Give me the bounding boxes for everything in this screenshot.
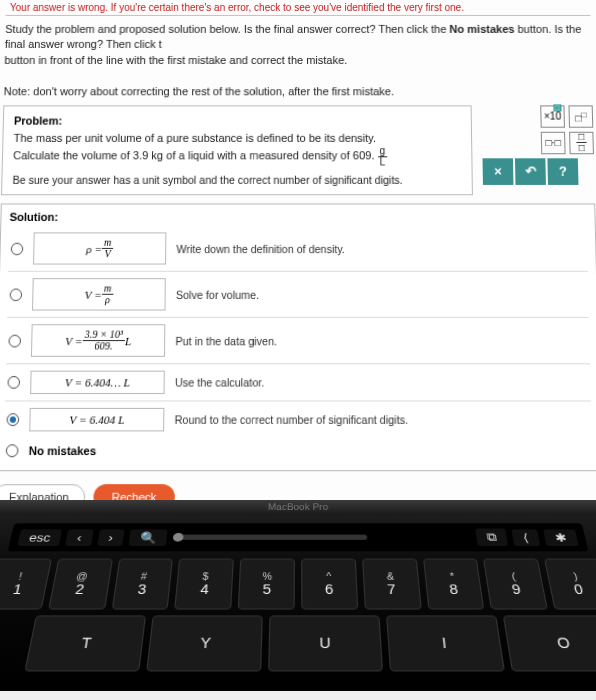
keyboard-key[interactable]: !1 xyxy=(0,559,52,610)
density-unit-fraction: g L xyxy=(378,147,388,168)
keyboard-key[interactable]: I xyxy=(386,615,505,671)
laptop-hinge: MacBook Pro xyxy=(0,500,596,515)
touchbar: esc ‹ › 🔍 ⧉ ⟨ ✱ xyxy=(8,523,589,551)
placeholder-button[interactable]: □·□ xyxy=(541,132,566,154)
laptop-body: MacBook Pro esc ‹ › 🔍 ⧉ ⟨ ✱ !1@2#3$4%5^6… xyxy=(0,500,596,691)
no-mistakes-label: No mistakes xyxy=(29,445,97,458)
solution-block: Solution: ρ = mVWrite down the definitio… xyxy=(0,204,596,472)
touchbar-copy-icon[interactable]: ⧉ xyxy=(475,529,508,546)
keyboard-key[interactable]: @2 xyxy=(48,559,113,610)
help-button[interactable]: ? xyxy=(547,158,578,185)
instr-text: Study the problem and proposed solution … xyxy=(5,23,449,35)
solution-row: V = mρSolve for volume. xyxy=(7,272,589,318)
equation-box[interactable]: V = mρ xyxy=(32,279,166,311)
touchbar-esc[interactable]: esc xyxy=(17,529,62,546)
touchbar-forward[interactable]: › xyxy=(97,529,125,546)
keyboard-key[interactable]: ^6 xyxy=(301,559,358,610)
touchbar-chevron-icon[interactable]: ⟨ xyxy=(511,529,540,546)
keyboard-key[interactable]: O xyxy=(503,615,596,671)
solution-row: ρ = mVWrite down the definition of densi… xyxy=(8,227,588,273)
keyboard-key[interactable]: %5 xyxy=(238,559,295,610)
clear-button[interactable]: × xyxy=(483,158,514,185)
touchbar-slider[interactable] xyxy=(173,535,368,540)
keyboard-key[interactable]: )0 xyxy=(544,559,596,610)
solution-radio[interactable] xyxy=(11,243,24,255)
keyboard-key[interactable]: Y xyxy=(146,615,263,671)
problem-card: Problem: The mass per unit volume of a p… xyxy=(1,105,473,195)
keyboard-key[interactable]: U xyxy=(268,615,383,671)
macbook-label: MacBook Pro xyxy=(268,502,329,511)
keyboard-key[interactable]: &7 xyxy=(362,559,421,610)
equation-box[interactable]: V = 6.404… L xyxy=(30,371,165,394)
step-explanation: Use the calculator. xyxy=(175,376,589,389)
solution-radio[interactable] xyxy=(10,289,23,302)
keyboard-key[interactable]: $4 xyxy=(175,559,234,610)
equation-box[interactable]: V = 3.9 × 10³609. L xyxy=(31,325,165,358)
instr-note: Note: don't worry about correcting the r… xyxy=(4,85,395,97)
problem-note: Be sure your answer has a unit symbol an… xyxy=(12,174,461,186)
solution-radio[interactable] xyxy=(8,335,21,348)
keyboard-key[interactable]: (9 xyxy=(483,559,548,610)
step-explanation: Round to the correct number of significa… xyxy=(175,414,590,427)
touchbar-star-icon[interactable]: ✱ xyxy=(543,529,579,546)
sci-notation-button[interactable]: ×10□ xyxy=(540,105,565,127)
problem-line1: The mass per unit volume of a pure subst… xyxy=(13,130,461,147)
step-explanation: Write down the definition of density. xyxy=(176,243,585,255)
keyboard-key[interactable]: T xyxy=(24,615,146,671)
equation-box[interactable]: ρ = mV xyxy=(33,233,166,265)
keyboard-key[interactable]: *8 xyxy=(423,559,485,610)
keyboard-key[interactable]: #3 xyxy=(111,559,173,610)
undo-button[interactable]: ↶ xyxy=(515,158,546,185)
step-explanation: Put in the data given. xyxy=(175,335,587,348)
tool-panel: ×10□ □□ □·□ □□ × ↶ ? xyxy=(482,105,595,185)
step-explanation: Solve for volume. xyxy=(176,289,587,302)
solution-radio[interactable] xyxy=(7,376,20,389)
problem-heading: Problem: xyxy=(14,114,461,126)
no-mistakes-radio[interactable] xyxy=(6,445,19,458)
page-content: Your answer is wrong. If you're certain … xyxy=(0,0,596,536)
solution-row: V = 6.404… LUse the calculator. xyxy=(5,365,591,402)
solution-radio[interactable] xyxy=(7,414,20,427)
problem-line2: Calculate the volume of 3.9 kg of a liqu… xyxy=(13,147,462,168)
instr-text: button in front of the line with the fir… xyxy=(4,54,347,66)
fraction-button[interactable]: □□ xyxy=(569,132,594,154)
instructions: Study the problem and proposed solution … xyxy=(3,22,592,99)
touchbar-back[interactable]: ‹ xyxy=(65,529,93,546)
no-mistakes-bold: No mistakes xyxy=(449,23,514,35)
touchbar-search-icon[interactable]: 🔍 xyxy=(128,529,167,546)
solution-heading: Solution: xyxy=(9,211,586,223)
equation-box[interactable]: V = 6.404 L xyxy=(29,408,164,432)
solution-row: V = 6.404 LRound to the correct number o… xyxy=(4,402,592,438)
error-banner: Your answer is wrong. If you're certain … xyxy=(6,0,591,16)
superscript-button[interactable]: □□ xyxy=(568,105,593,127)
solution-row: V = 3.9 × 10³609. LPut in the data given… xyxy=(6,318,590,364)
